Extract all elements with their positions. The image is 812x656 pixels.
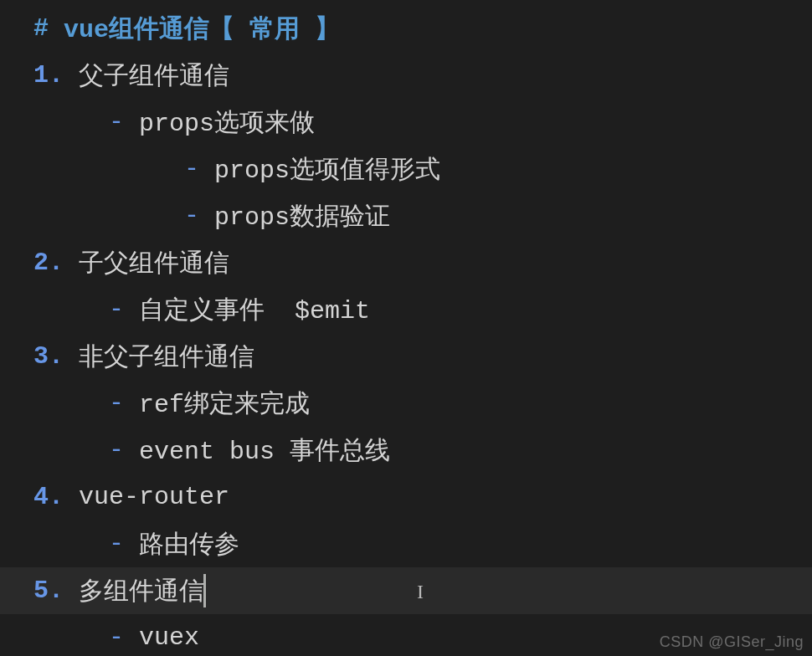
text-cursor xyxy=(203,574,206,607)
bullet-icon: - xyxy=(109,530,139,558)
list-dot: . xyxy=(49,577,79,605)
watermark: CSDN @GISer_Jing xyxy=(660,633,804,651)
heading-hash: # xyxy=(33,14,49,43)
list-subsublabel: props选项值得形式 xyxy=(214,152,440,187)
list-label: 父子组件通信 xyxy=(79,59,229,93)
list-sublabel: ref绑定来完成 xyxy=(139,387,310,421)
bullet-icon: - xyxy=(184,155,214,183)
list-sublabel: vuex xyxy=(139,623,199,652)
list-subsubitem: - props数据验证 xyxy=(0,192,812,239)
list-subitem: - event bus 事件总线 xyxy=(0,427,812,474)
list-label: 非父子组件通信 xyxy=(79,340,254,374)
list-sublabel: 路由传参 xyxy=(139,527,239,561)
bullet-icon: - xyxy=(184,202,214,230)
heading-line: # vue组件通信【 常用 】 xyxy=(0,5,812,52)
list-dot: . xyxy=(49,249,79,277)
list-subitem: - props选项来做 xyxy=(0,99,812,146)
list-item-1: 1. 父子组件通信 xyxy=(0,52,812,99)
bullet-icon: - xyxy=(109,436,139,464)
list-number: 1 xyxy=(33,61,49,90)
list-dot: . xyxy=(49,342,79,371)
list-label: 多组件通信 xyxy=(79,574,204,608)
list-subsubitem: - props选项值得形式 xyxy=(0,146,812,192)
list-sublabel: event bus 事件总线 xyxy=(139,433,390,468)
ibeam-cursor-icon: I xyxy=(417,581,424,603)
heading-text: vue组件通信【 常用 】 xyxy=(49,12,340,46)
list-number: 3 xyxy=(33,342,49,371)
list-item-5[interactable]: 5. 多组件通信 xyxy=(0,567,812,614)
list-subsublabel: props数据验证 xyxy=(214,199,390,233)
bullet-icon: - xyxy=(109,623,139,652)
bullet-icon: - xyxy=(109,108,139,136)
list-item-4: 4. vue-router xyxy=(0,474,812,520)
list-dot: . xyxy=(49,483,79,511)
bullet-icon: - xyxy=(109,295,139,324)
list-label: 子父组件通信 xyxy=(79,246,229,280)
list-label: vue-router xyxy=(79,483,229,511)
list-subitem: - 路由传参 xyxy=(0,520,812,567)
list-number: 2 xyxy=(33,249,49,277)
list-number: 5 xyxy=(33,577,49,605)
list-sublabel: 自定义事件 $emit xyxy=(139,293,370,327)
list-dot: . xyxy=(49,61,79,90)
list-number: 4 xyxy=(33,483,49,511)
list-item-3: 3. 非父子组件通信 xyxy=(0,333,812,380)
list-sublabel: props选项来做 xyxy=(139,105,315,140)
list-item-2: 2. 子父组件通信 xyxy=(0,239,812,286)
list-subitem: - 自定义事件 $emit xyxy=(0,286,812,333)
bullet-icon: - xyxy=(109,389,139,418)
list-subitem: - ref绑定来完成 xyxy=(0,380,812,427)
